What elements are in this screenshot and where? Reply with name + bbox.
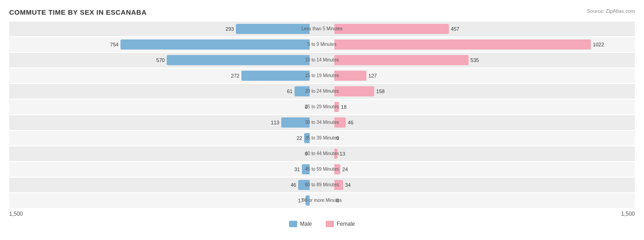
left-section: 46 bbox=[9, 178, 310, 192]
row-inner: 272 15 to 19 Minutes 127 bbox=[9, 68, 635, 83]
female-value: 13 bbox=[339, 151, 352, 156]
row-label: 25 to 29 Minutes bbox=[305, 104, 339, 110]
male-bar-wrap: 754 bbox=[9, 39, 310, 50]
female-value: 18 bbox=[341, 104, 354, 110]
center-label-wrap: 25 to 29 Minutes bbox=[310, 104, 335, 110]
left-section: 0 bbox=[9, 100, 310, 114]
right-section: 13 bbox=[334, 146, 635, 161]
female-value: 535 bbox=[470, 57, 483, 63]
female-value: 127 bbox=[368, 73, 381, 78]
axis-right: 1,500 bbox=[621, 211, 635, 217]
female-bar-wrap: 13 bbox=[334, 149, 635, 159]
center-label-wrap: 10 to 14 Minutes bbox=[310, 57, 335, 63]
male-bar-wrap: 570 bbox=[9, 55, 310, 65]
left-section: 113 bbox=[9, 115, 310, 130]
right-section: 0 bbox=[334, 131, 635, 145]
row-inner: 22 35 to 39 Minutes 0 bbox=[9, 131, 635, 145]
male-bar bbox=[120, 39, 310, 50]
left-section: 293 bbox=[9, 22, 310, 36]
female-bar-wrap: 18 bbox=[334, 102, 635, 112]
center-label-wrap: 35 to 39 Minutes bbox=[310, 135, 335, 141]
center-label-wrap: 20 to 24 Minutes bbox=[310, 89, 335, 94]
female-bar-wrap: 535 bbox=[334, 55, 635, 65]
female-bar bbox=[334, 39, 591, 50]
female-value: 1022 bbox=[593, 42, 606, 47]
female-value: 158 bbox=[376, 89, 389, 94]
legend: Male Female bbox=[9, 221, 635, 227]
female-bar bbox=[334, 24, 449, 34]
male-bar-wrap: 0 bbox=[9, 102, 310, 112]
left-section: 754 bbox=[9, 37, 310, 52]
table-row: 0 25 to 29 Minutes 18 bbox=[9, 100, 635, 114]
right-section: 158 bbox=[334, 84, 635, 99]
table-row: 46 60 to 89 Minutes 34 bbox=[9, 178, 635, 192]
right-section: 18 bbox=[334, 100, 635, 114]
center-label-wrap: Less than 5 Minutes bbox=[310, 26, 335, 32]
legend-female-box bbox=[326, 221, 334, 227]
row-label: 45 to 59 Minutes bbox=[305, 167, 339, 172]
chart-title: COMMUTE TIME BY SEX IN ESCANABA bbox=[9, 8, 635, 16]
male-bar-wrap: 22 bbox=[9, 133, 310, 143]
left-section: 570 bbox=[9, 53, 310, 67]
table-row: 113 30 to 34 Minutes 46 bbox=[9, 115, 635, 130]
center-label-wrap: 5 to 9 Minutes bbox=[310, 42, 335, 47]
left-section: 272 bbox=[9, 68, 310, 83]
row-label: 60 to 89 Minutes bbox=[305, 182, 339, 188]
row-label: Less than 5 Minutes bbox=[301, 26, 343, 32]
row-label: 5 to 9 Minutes bbox=[308, 42, 337, 47]
male-bar bbox=[236, 24, 310, 34]
male-bar-wrap: 0 bbox=[9, 149, 310, 159]
row-label: 35 to 39 Minutes bbox=[305, 135, 339, 141]
center-label-wrap: 30 to 34 Minutes bbox=[310, 120, 335, 125]
legend-female-label: Female bbox=[337, 221, 355, 227]
male-value: 754 bbox=[106, 42, 119, 47]
table-row: 754 5 to 9 Minutes 1022 bbox=[9, 37, 635, 52]
female-bar-wrap: 0 bbox=[334, 195, 635, 206]
male-bar-wrap: 113 bbox=[9, 117, 310, 128]
table-row: 0 40 to 44 Minutes 13 bbox=[9, 146, 635, 161]
center-label-wrap: 90 or more Minutes bbox=[310, 198, 335, 203]
chart-container: COMMUTE TIME BY SEX IN ESCANABA Source: … bbox=[0, 0, 644, 240]
legend-male-box bbox=[289, 221, 297, 227]
left-section: 31 bbox=[9, 162, 310, 177]
table-row: 293 Less than 5 Minutes 457 bbox=[9, 22, 635, 36]
row-inner: 61 20 to 24 Minutes 158 bbox=[9, 84, 635, 99]
male-bar-wrap: 272 bbox=[9, 71, 310, 81]
axis-row: 1,500 1,500 bbox=[9, 211, 635, 217]
right-section: 535 bbox=[334, 53, 635, 67]
row-inner: 46 60 to 89 Minutes 34 bbox=[9, 178, 635, 192]
female-bar-wrap: 1022 bbox=[334, 39, 635, 50]
female-bar-wrap: 34 bbox=[334, 180, 635, 190]
male-bar-wrap: 46 bbox=[9, 180, 310, 190]
female-bar-wrap: 158 bbox=[334, 86, 635, 96]
row-inner: 754 5 to 9 Minutes 1022 bbox=[9, 37, 635, 52]
male-value: 61 bbox=[280, 89, 293, 94]
right-section: 0 bbox=[334, 193, 635, 208]
center-label-wrap: 60 to 89 Minutes bbox=[310, 182, 335, 188]
row-inner: 31 45 to 59 Minutes 24 bbox=[9, 162, 635, 177]
male-bar-wrap: 293 bbox=[9, 24, 310, 34]
source-text: Source: ZipAtlas.com bbox=[587, 8, 635, 14]
left-section: 0 bbox=[9, 146, 310, 161]
right-section: 457 bbox=[334, 22, 635, 36]
female-bar-wrap: 0 bbox=[334, 133, 635, 143]
legend-male: Male bbox=[289, 221, 312, 227]
male-bar-wrap: 61 bbox=[9, 86, 310, 96]
right-section: 34 bbox=[334, 178, 635, 192]
legend-male-label: Male bbox=[300, 221, 312, 227]
right-section: 127 bbox=[334, 68, 635, 83]
female-value: 24 bbox=[342, 167, 355, 172]
row-inner: 0 40 to 44 Minutes 13 bbox=[9, 146, 635, 161]
male-value: 31 bbox=[287, 167, 300, 172]
row-inner: 0 25 to 29 Minutes 18 bbox=[9, 100, 635, 114]
male-value: 570 bbox=[152, 57, 165, 63]
chart-area: 293 Less than 5 Minutes 457 754 bbox=[9, 22, 635, 208]
female-bar bbox=[334, 55, 469, 65]
male-value: 22 bbox=[289, 135, 302, 141]
row-label: 10 to 14 Minutes bbox=[305, 57, 339, 63]
table-row: 22 35 to 39 Minutes 0 bbox=[9, 131, 635, 145]
female-value: 457 bbox=[451, 26, 464, 32]
row-inner: 113 30 to 34 Minutes 46 bbox=[9, 115, 635, 130]
table-row: 570 10 to 14 Minutes 535 bbox=[9, 53, 635, 67]
row-inner: 570 10 to 14 Minutes 535 bbox=[9, 53, 635, 67]
